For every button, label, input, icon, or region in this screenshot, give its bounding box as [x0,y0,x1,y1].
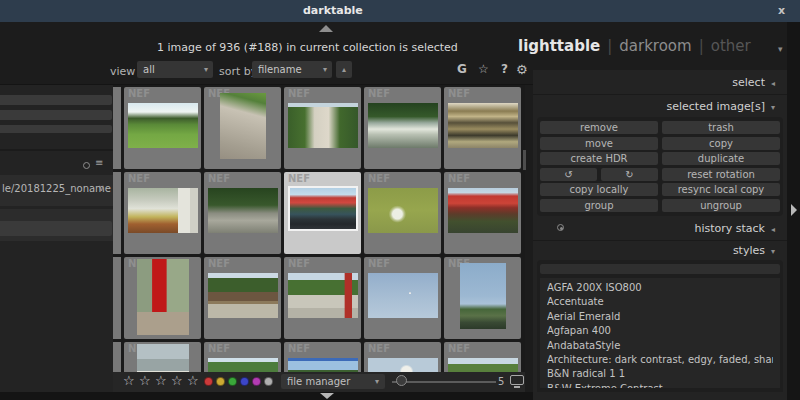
thumbnail[interactable]: NEF [444,257,521,339]
thumbnail[interactable]: NEF [124,172,201,254]
help-icon[interactable]: ? [501,62,508,76]
grouping-icon[interactable]: G [457,62,467,76]
style-item[interactable]: Aerial Emerald [547,310,773,324]
right-panel-expander[interactable] [791,204,797,216]
style-item[interactable]: Architecture: dark contrast, edgy, faded… [547,353,773,367]
history-stack-title: history stack [694,222,765,235]
display-profile-icon[interactable] [510,375,524,385]
thumbnail-selected[interactable]: NEF [284,172,361,254]
zoom-slider-track[interactable] [392,381,496,383]
rotate-ccw-icon[interactable]: ↺ [540,168,597,181]
thumbnail-photo [448,188,518,233]
collection-path[interactable]: le/20181225_noname [2,183,111,194]
thumbnail[interactable]: NEF [364,342,441,372]
remove-button[interactable]: remove [540,121,658,134]
display-profile-icon-stand [514,386,520,388]
history-stack-module-header[interactable]: history stack◂ [694,222,775,235]
color-label-gray[interactable] [264,377,273,386]
presets-icon[interactable] [83,162,90,169]
color-label-green[interactable] [228,377,237,386]
chevron-down-icon: ▾ [375,374,379,389]
view-filter-dropdown[interactable]: all ▾ [137,61,213,78]
star-icon[interactable]: ☆ [187,373,199,388]
thumbnail-partial[interactable] [113,172,121,254]
styles-module-header[interactable]: styles▾ [733,244,775,257]
grid-scrollbar[interactable] [523,150,526,170]
copy-locally-button[interactable]: copy locally [540,183,658,196]
history-presets-icon[interactable] [557,224,564,231]
create-HDR-button[interactable]: create HDR [540,152,658,165]
layout-dropdown[interactable]: file manager ▾ [281,374,385,389]
view-chooser-caret-icon[interactable]: ▾ [778,44,783,54]
group-button[interactable]: group [540,199,658,212]
thumbnail[interactable]: NEF [124,257,201,339]
thumbnail[interactable]: NEF [204,87,281,169]
star-icon[interactable]: ☆ [171,373,183,388]
top-panel-expander[interactable] [319,25,333,32]
overlays-star-icon[interactable]: ☆ [478,62,489,76]
color-label-blue[interactable] [240,377,249,386]
button-row: movecopy [540,137,780,150]
thumbnail[interactable]: NEF [204,257,281,339]
import-module-button[interactable] [0,110,112,120]
reset-rotation-button[interactable]: reset rotation [662,168,780,181]
chevron-down-icon[interactable]: ∨ [98,183,105,193]
collection-option-button[interactable] [0,221,112,236]
thumbnail[interactable]: NEF [204,342,281,372]
rotate-cw-icon[interactable]: ↻ [601,168,658,181]
styles-search-input[interactable] [540,264,780,274]
view-other[interactable]: other [711,37,751,55]
view-lighttable[interactable]: lighttable [518,37,600,55]
star-icon[interactable]: ☆ [155,373,167,388]
style-item[interactable]: B&W Extreme Contrast [547,382,773,388]
style-item[interactable]: B&N radical 1 1 [547,367,773,381]
import-module-button[interactable] [0,95,112,105]
sort-direction-button[interactable]: ▴ [336,61,352,78]
thumbnail[interactable]: NEF [284,87,361,169]
thumbnail[interactable]: NEF [444,342,521,372]
view-darkroom[interactable]: darkroom [619,37,691,55]
thumbnail[interactable]: NEF [364,172,441,254]
menu-icon[interactable]: ≡ [95,157,103,168]
close-icon[interactable]: x [778,4,785,17]
trash-button[interactable]: trash [662,121,780,134]
star-icon[interactable]: ☆ [123,373,135,388]
window-title: darktable [303,4,363,17]
sort-dropdown[interactable]: filename ▾ [252,61,332,78]
ungroup-button[interactable]: ungroup [662,199,780,212]
thumbnail[interactable]: NEF [364,87,441,169]
bottom-panel-expander[interactable] [320,393,334,399]
resync-local-copy-button[interactable]: resync local copy [662,183,780,196]
thumbnail-partial[interactable] [113,257,121,339]
duplicate-button[interactable]: duplicate [662,152,780,165]
thumbnail[interactable]: NEF [204,172,281,254]
style-item[interactable]: Accentuate [547,295,773,309]
selected-images-module-header[interactable]: selected image[s]▾ [666,100,775,113]
thumbnail[interactable]: NEF [284,257,361,339]
preferences-gear-icon[interactable]: ⚙ [516,62,528,77]
thumbnail[interactable]: NEF [284,342,361,372]
layout-value: file manager [287,376,350,387]
color-label-purple[interactable] [252,377,261,386]
color-label-yellow[interactable] [216,377,225,386]
star-icon[interactable]: ☆ [139,373,151,388]
move-button[interactable]: move [540,137,658,150]
color-label-red[interactable] [204,377,213,386]
import-module-button[interactable] [0,125,112,133]
thumbnail[interactable]: NEF [364,257,441,339]
style-item[interactable]: AGFA 200X ISO800 [547,281,773,295]
thumbnail[interactable]: NEF [444,87,521,169]
style-item[interactable]: AndabataStyle [547,339,773,353]
thumbnail[interactable]: NEF [444,172,521,254]
thumbnail-photo [368,103,438,148]
file-format-badge: NEF [448,343,470,354]
thumbnail[interactable]: NEF [124,342,201,372]
thumbnail[interactable]: NEF [124,87,201,169]
thumbnail-partial[interactable] [113,342,121,372]
zoom-slider-handle[interactable] [396,375,407,386]
copy-button[interactable]: copy [662,137,780,150]
thumbnail-partial[interactable] [113,87,121,169]
style-item[interactable]: Agfapan 400 [547,324,773,338]
select-module-header[interactable]: select◂ [732,76,775,89]
thumbnail-photo [128,103,198,148]
